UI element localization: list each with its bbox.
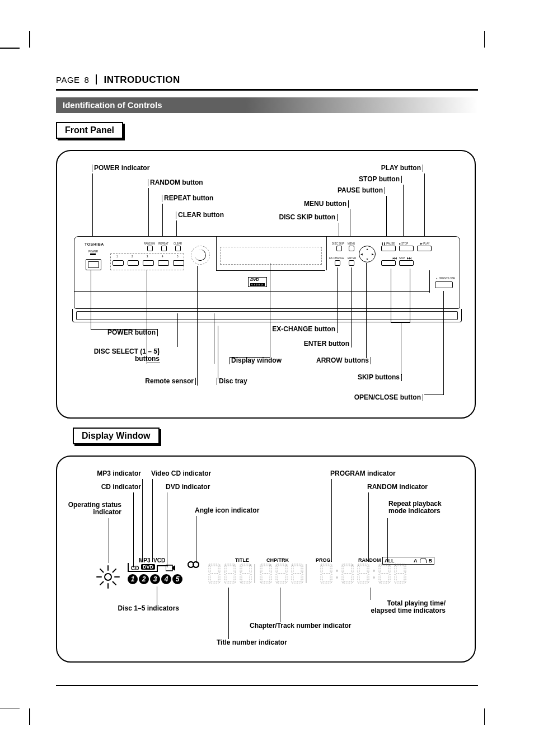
exchange-text: EX-CHANGE <box>329 257 344 260</box>
page: PAGE 8 INTRODUCTION Identification of Co… <box>0 0 534 756</box>
lcd-vcd: VCD <box>153 557 165 564</box>
lead-line <box>147 363 160 364</box>
display-window-drawing <box>220 247 322 265</box>
label-chptrk-number: Chapter/Track number indicator <box>250 622 351 630</box>
disc-3: 3 <box>147 255 148 258</box>
label-arrow-buttons: ARROW buttons <box>316 357 371 365</box>
crop-mark <box>0 708 20 709</box>
random-drawing <box>147 246 153 251</box>
section-title: Identification of Controls <box>63 100 162 110</box>
lead-line <box>368 492 369 562</box>
lead-line <box>214 313 214 364</box>
label-random-button: RANDOM button <box>148 179 203 187</box>
label-power-button: POWER button <box>91 329 158 337</box>
menu-text: MENU <box>348 242 355 245</box>
disc-number: 4 <box>161 574 171 584</box>
crop-mark <box>29 31 30 48</box>
label-dvd-indicator: DVD indicator <box>166 483 210 491</box>
lead-line <box>92 173 93 245</box>
disc-2: 2 <box>132 255 133 258</box>
label-disc-select: DISC SELECT (1 – 5) buttons <box>84 348 160 364</box>
svg-point-25 <box>336 570 338 572</box>
lead-line <box>228 588 229 639</box>
label-play-button: PLAY button <box>381 165 423 172</box>
lcd-chptrk: CHP/TRK <box>266 557 289 563</box>
lcd-disc-numbers: 1 2 3 4 5 <box>128 574 182 584</box>
disc-number: 1 <box>128 574 138 584</box>
label-disc-select-pipe <box>157 348 159 356</box>
lead-line <box>403 185 404 243</box>
page-number: 8 <box>85 75 89 84</box>
label-remote-sensor: Remote sensor <box>130 378 196 386</box>
label-disc-skip-button: DISC SKIP button <box>279 214 338 222</box>
device-drawing: TOSHIBA POWER RANDOM REPEAT CLEAR <box>74 236 460 326</box>
lcd-box-line <box>128 571 158 572</box>
lcd-dvd: DVD <box>141 564 155 570</box>
svg-point-0 <box>105 574 111 580</box>
lcd-mp3: MP3 <box>139 557 151 564</box>
enter-drawing <box>349 260 354 266</box>
section-name: INTRODUCTION <box>104 74 180 86</box>
play-text: ▶ PLAY <box>420 242 429 245</box>
random-text: RANDOM <box>144 242 155 245</box>
header-separator <box>96 74 97 84</box>
lcd-panel: MP3 VCD CD DVD 1 2 3 4 <box>77 557 458 597</box>
svg-point-26 <box>336 576 338 579</box>
label-mp3-indicator: MP3 indicator <box>79 470 141 478</box>
repeat-text: REPEAT <box>158 242 168 245</box>
device-body: TOSHIBA POWER RANDOM REPEAT CLEAR <box>74 236 460 309</box>
lcd-rep-b: B <box>429 558 433 564</box>
lead-line <box>351 267 352 341</box>
skip-prev-drawing <box>381 260 396 266</box>
page-header: PAGE 8 INTRODUCTION <box>56 73 478 86</box>
lead-line <box>133 492 134 567</box>
lead-line <box>157 586 157 605</box>
remote-sensor-drawing <box>191 246 210 265</box>
dvd-logo: DVD VIDEO <box>248 277 267 287</box>
lcd-repeat-box: ALL A B <box>382 557 434 565</box>
repeat-drawing <box>161 246 167 251</box>
lead-line <box>91 329 158 330</box>
label-display-window: Display window <box>229 357 282 365</box>
svg-line-7 <box>100 569 104 572</box>
exchange-drawing <box>335 260 340 266</box>
clear-text: CLEAR <box>174 242 182 245</box>
svg-line-8 <box>113 581 116 585</box>
disc-1-btn <box>113 260 124 266</box>
disc-5: 5 <box>177 255 179 258</box>
label-operating-status: Operating status indicator <box>57 501 121 517</box>
lcd-prog: PROG. <box>316 557 332 563</box>
lead-line <box>424 394 444 395</box>
lead-line <box>197 266 198 386</box>
crop-mark <box>29 708 30 725</box>
device-tray <box>72 309 462 322</box>
panel-divider <box>216 237 217 270</box>
label-skip-buttons: SKIP buttons <box>358 374 402 382</box>
label-exchange-button: EX-CHANGE button <box>272 326 338 334</box>
front-panel-heading: Front Panel <box>56 122 123 139</box>
label-vcd-indicator: Video CD indicator <box>151 470 211 478</box>
disc-1: 1 <box>116 255 118 258</box>
label-angle-indicator: Angle icon indicator <box>195 507 259 515</box>
display-window-heading: Display Window <box>73 428 160 444</box>
lead-line <box>147 270 147 364</box>
camera-icon <box>166 564 176 572</box>
lead-line <box>391 269 391 322</box>
label-disc-tray: Disc tray <box>217 378 247 386</box>
lcd-title: TITLE <box>235 557 249 563</box>
arrow-dial: ▲ ◀ ▶ ▼ <box>359 246 376 262</box>
lcd-all: ALL <box>385 558 395 564</box>
svg-point-27 <box>373 570 375 572</box>
label-stop-button: STOP button <box>359 176 402 184</box>
power-button-drawing <box>86 259 101 270</box>
stop-drawing <box>399 246 414 251</box>
label-disc15-indicators: Disc 1–5 indicators <box>90 605 179 613</box>
lead-line <box>331 479 332 562</box>
svg-rect-23 <box>254 564 255 583</box>
discskip-drawing <box>336 246 342 251</box>
front-panel-diagram: POWER indicator RANDOM button REPEAT but… <box>56 150 476 419</box>
power-text: POWER <box>88 250 98 253</box>
label-pause-button: PAUSE button <box>338 187 385 195</box>
lead-line <box>424 173 425 243</box>
label-enter-button: ENTER button <box>304 340 352 348</box>
